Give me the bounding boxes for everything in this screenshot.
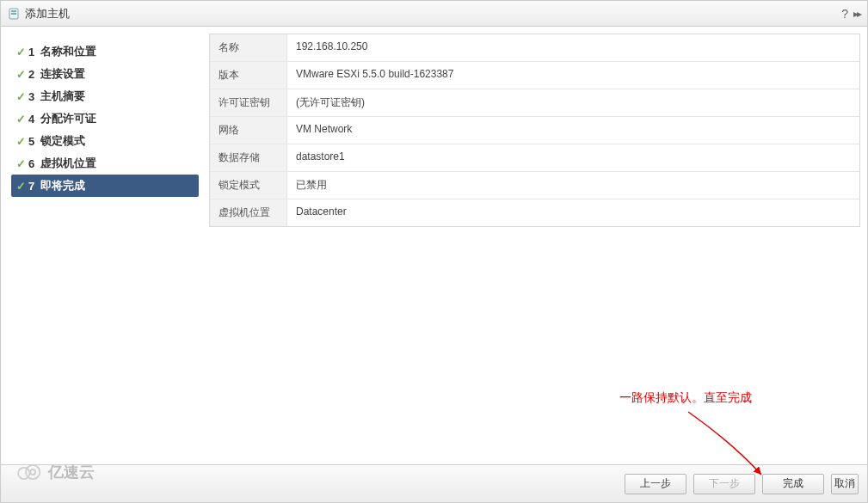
next-button: 下一步 [693,474,755,494]
finish-button[interactable]: 完成 [762,474,824,494]
table-row: 名称 192.168.10.250 [210,34,859,62]
table-row: 虚拟机位置 Datacenter [210,199,859,226]
table-row: 版本 VMware ESXi 5.5.0 build-1623387 [210,62,859,89]
table-row: 锁定模式 已禁用 [210,172,859,199]
row-value: Datacenter [287,199,859,226]
help-icon[interactable]: ? [841,7,848,21]
row-value: (无许可证密钥) [287,89,859,116]
dialog-footer: 上一步 下一步 完成 取消 [1,464,867,502]
row-key: 名称 [210,34,287,61]
step-host-summary[interactable]: ✓ 3 主机摘要 [11,85,199,107]
row-value: VMware ESXi 5.5.0 build-1623387 [287,62,859,89]
step-connection[interactable]: ✓ 2 连接设置 [11,63,199,85]
check-icon: ✓ [16,113,28,126]
svg-rect-2 [11,13,16,15]
row-key: 版本 [210,62,287,89]
dialog-title: 添加主机 [25,6,841,21]
check-icon: ✓ [16,180,28,193]
row-value: 已禁用 [287,172,859,199]
table-row: 许可证密钥 (无许可证密钥) [210,89,859,117]
step-ready[interactable]: ✓ 7 即将完成 [11,175,199,197]
table-row: 数据存储 datastore1 [210,144,859,172]
dialog-body: ✓ 1 名称和位置 ✓ 2 连接设置 ✓ 3 主机摘要 ✓ 4 分配许可证 ✓ [1,27,867,464]
add-host-dialog: 添加主机 ? ▸▸ ✓ 1 名称和位置 ✓ 2 连接设置 ✓ 3 主机摘要 ✓ … [0,0,868,503]
summary-table: 名称 192.168.10.250 版本 VMware ESXi 5.5.0 b… [209,34,860,227]
main-panel: 名称 192.168.10.250 版本 VMware ESXi 5.5.0 b… [202,34,860,464]
table-row: 网络 VM Network [210,117,859,144]
step-license[interactable]: ✓ 4 分配许可证 [11,107,199,130]
collapse-icon[interactable]: ▸▸ [853,8,860,20]
row-key: 数据存储 [210,144,287,171]
back-button[interactable]: 上一步 [625,474,686,494]
check-icon: ✓ [16,90,28,103]
check-icon: ✓ [16,46,28,58]
host-icon [8,8,20,20]
cancel-button[interactable]: 取消 [831,474,859,494]
step-name-location[interactable]: ✓ 1 名称和位置 [11,40,199,63]
titlebar: 添加主机 ? ▸▸ [1,1,867,27]
svg-rect-1 [11,10,16,12]
row-key: 许可证密钥 [210,89,287,116]
row-value: VM Network [287,117,859,144]
row-key: 锁定模式 [210,172,287,199]
row-value: 192.168.10.250 [287,34,859,61]
step-vm-location[interactable]: ✓ 6 虚拟机位置 [11,152,199,175]
check-icon: ✓ [16,68,28,81]
step-lockdown[interactable]: ✓ 5 锁定模式 [11,130,199,152]
row-key: 网络 [210,117,287,144]
wizard-sidebar: ✓ 1 名称和位置 ✓ 2 连接设置 ✓ 3 主机摘要 ✓ 4 分配许可证 ✓ [8,34,202,464]
check-icon: ✓ [16,157,28,170]
check-icon: ✓ [16,135,28,148]
row-value: datastore1 [287,144,859,171]
row-key: 虚拟机位置 [210,199,287,226]
